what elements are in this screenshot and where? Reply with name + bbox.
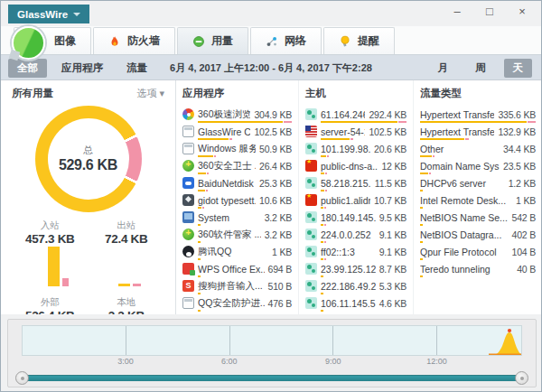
traffic-type-row[interactable]: Other 34.4 KB	[420, 140, 536, 157]
app-name: gidot typesett...	[198, 195, 256, 206]
globe-icon	[305, 108, 317, 120]
traffic-type-row[interactable]: Hypertext Transfe... 132.9 KB	[420, 123, 536, 140]
outbound-label: 出站	[89, 219, 165, 232]
app-row[interactable]: GlassWire Con... 102.5 KB	[182, 123, 292, 140]
period-day-button[interactable]: 天	[504, 59, 533, 78]
app-row[interactable]: 360安全卫士 ... 26.4 KB	[182, 157, 292, 174]
app-row[interactable]: 360极速浏览器 304.9 KB	[182, 106, 292, 123]
traffic-type-name: Hypertext Transfe...	[420, 109, 494, 120]
traffic-type-row[interactable]: Domain Name Sys... 23.5 KB	[420, 157, 536, 174]
app-usage-value: 3.2 KB	[265, 212, 292, 223]
app-row[interactable]: System 3.2 KB	[182, 209, 292, 226]
app-name: 360软件管家 ...	[198, 229, 261, 241]
traffic-type-name: Domain Name Sys...	[420, 161, 500, 172]
host-name: public-dns-a....	[321, 161, 378, 172]
host-row[interactable]: public1.alidns... 10.7 KB	[305, 191, 406, 209]
host-usage-value: 20.6 KB	[374, 144, 406, 154]
app-usage-value: 26.4 KB	[259, 161, 292, 172]
host-row[interactable]: 101.199.98.125 20.6 KB	[305, 140, 406, 157]
app-row[interactable]: gidot typesett... 10.6 KB	[182, 191, 292, 209]
external-download-bar	[48, 247, 60, 286]
total-value: 529.6 KB	[59, 157, 117, 173]
globe-icon	[305, 229, 317, 240]
globe-icon	[305, 246, 317, 257]
timeline-tick: 12:00	[426, 357, 447, 366]
host-row[interactable]: 180.149.145.241 9.5 KB	[305, 209, 406, 226]
sogou-icon	[182, 280, 194, 292]
app-name: BaiduNetdisk	[198, 178, 256, 189]
host-row[interactable]: public-dns-a.... 12 KB	[305, 157, 406, 174]
app-usage-value: 25.3 KB	[259, 178, 292, 189]
tab-usage[interactable]: 用量	[177, 27, 248, 54]
external-label: 外部	[12, 296, 89, 309]
timeline-tick: 9:00	[325, 357, 341, 366]
timeline-tick: 6:00	[221, 357, 238, 366]
usage-donut-chart[interactable]: 总 529.6 KB	[35, 106, 142, 212]
period-month-button[interactable]: 月	[429, 59, 458, 78]
host-row[interactable]: 224.0.0.252 9.1 KB	[305, 226, 406, 243]
timeline-chart[interactable]	[22, 325, 522, 356]
glasswire-logo-icon	[12, 26, 45, 60]
apps-header: 应用程序	[182, 87, 292, 100]
network-nodes-icon	[266, 35, 278, 48]
close-button[interactable]: ×	[512, 5, 532, 18]
host-name: 101.199.98.125	[321, 144, 370, 154]
slider-handle-left[interactable]	[15, 371, 29, 385]
period-week-button[interactable]: 周	[466, 59, 495, 78]
flame-icon	[108, 35, 121, 48]
flag-cn-icon	[305, 160, 317, 172]
green-plus-icon	[182, 160, 194, 172]
app-name: 360安全卫士 ...	[198, 160, 256, 173]
traffic-type-row[interactable]: Qpur File Protocol 104 B	[420, 243, 536, 260]
slider-handle-right[interactable]	[515, 371, 528, 385]
inbound-value: 457.3 KB	[12, 232, 89, 246]
app-row[interactable]: QQ安全防护进... 476 B	[182, 294, 292, 312]
app-row[interactable]: BaiduNetdisk 25.3 KB	[182, 174, 292, 191]
tab-network[interactable]: 网络	[250, 27, 322, 54]
host-name: ff02::1:3	[321, 247, 376, 257]
host-row[interactable]: 23.99.125.126 8.7 KB	[305, 260, 406, 277]
tab-alerts[interactable]: 提醒	[323, 27, 395, 54]
traffic-type-row[interactable]: DHCPv6 server 1.2 KB	[420, 174, 536, 191]
timeline-tick: 3:00	[117, 357, 134, 366]
app-row[interactable]: 360软件管家 ... 3.2 KB	[182, 226, 292, 243]
maximize-button[interactable]: □	[480, 5, 500, 18]
app-row[interactable]: WPS Office Ex... 694 B	[182, 260, 292, 277]
host-row[interactable]: 61.164.246.62 292.4 KB	[305, 106, 406, 123]
host-row[interactable]: 58.218.215.164 11.5 KB	[305, 174, 406, 191]
globe-icon	[305, 211, 317, 223]
host-row[interactable]: server-54-192... 102.5 KB	[305, 123, 406, 140]
host-name: 222.186.49.224	[321, 281, 376, 292]
tab-firewall[interactable]: 防火墙	[93, 27, 175, 54]
host-usage-value: 8.7 KB	[379, 264, 406, 275]
app-row[interactable]: 搜狗拼音输入... 510 B	[182, 277, 292, 294]
tab-label: 网络	[285, 33, 306, 49]
host-row[interactable]: 106.11.145.5 4.6 KB	[305, 294, 406, 312]
traffic-type-row[interactable]: Intel Remote Desk... 1 KB	[420, 191, 536, 209]
app-name: 360极速浏览器	[198, 108, 250, 121]
traffic-types-header: 流量类型	[420, 87, 536, 100]
local-upload-bar	[133, 284, 141, 286]
host-row[interactable]: ff02::1:3 9.1 KB	[305, 243, 406, 260]
traffic-type-value: 1.2 KB	[509, 178, 536, 189]
app-row[interactable]: Windows 服务... 50.9 KB	[182, 140, 292, 157]
options-dropdown[interactable]: 选项▾	[136, 87, 164, 100]
traffic-type-value: 34.4 KB	[503, 144, 536, 154]
local-download-bar	[118, 284, 130, 286]
timeline-slider-track[interactable]	[22, 375, 522, 381]
traffic-type-row[interactable]: Hypertext Transfe... 335.6 KB	[420, 106, 536, 123]
traffic-type-row[interactable]: NetBIOS Name Se... 542 B	[420, 209, 536, 226]
traffic-type-row[interactable]: Teredo tunneling 40 B	[420, 260, 536, 277]
timeline-section: 3:006:009:0012:00	[1, 314, 541, 392]
host-name: 58.218.215.164	[321, 178, 371, 189]
title-bar: GlassWire – □ ×	[1, 1, 541, 26]
host-row[interactable]: 222.186.49.224 5.3 KB	[305, 277, 406, 294]
system-icon	[182, 211, 194, 223]
minimize-button[interactable]: –	[447, 5, 467, 18]
app-usage-value: 50.9 KB	[259, 144, 292, 154]
traffic-type-row[interactable]: NetBIOS Datagra... 402 B	[420, 226, 536, 243]
wps-icon	[182, 263, 194, 275]
traffic-type-value: 132.9 KB	[498, 126, 536, 137]
app-row[interactable]: 腾讯QQ 1 KB	[182, 243, 292, 260]
app-menu-button[interactable]: GlassWire	[8, 5, 89, 23]
